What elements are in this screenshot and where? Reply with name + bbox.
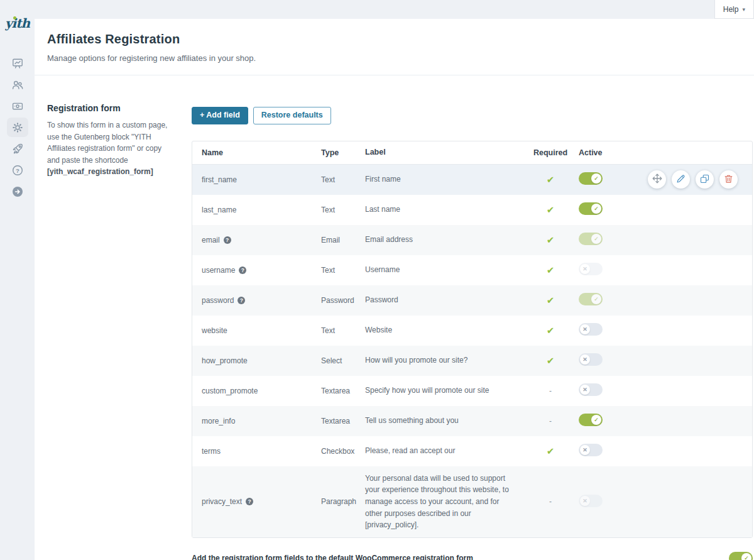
field-type: Text: [321, 326, 365, 335]
move-button[interactable]: [648, 170, 666, 189]
active-toggle[interactable]: ✓: [579, 172, 603, 185]
toggle-knob: ✓: [591, 234, 601, 244]
sidebar-item-dashboard[interactable]: [7, 53, 28, 73]
toggle-knob: ✓: [591, 294, 601, 304]
edit-icon: [676, 174, 686, 185]
active-toggle[interactable]: ✕: [579, 323, 603, 336]
duplicate-icon: [700, 174, 709, 185]
field-active: ✓: [579, 233, 648, 247]
field-required: -: [522, 417, 579, 425]
required-check-icon: ✔: [547, 204, 555, 215]
field-name: first_name: [202, 175, 321, 184]
edit-button[interactable]: [672, 170, 690, 189]
delete-icon: [724, 174, 733, 185]
not-required-dash: -: [549, 417, 552, 425]
content-area: Registration form To show this form in a…: [35, 75, 754, 560]
table-row[interactable]: websiteTextWebsite✔✕: [192, 316, 752, 346]
help-icon[interactable]: ?: [224, 236, 231, 244]
move-icon: [652, 173, 662, 185]
field-type: Text: [321, 266, 365, 275]
delete-button[interactable]: [719, 170, 738, 189]
shortcode-text: [yith_wcaf_registration_form]: [47, 166, 173, 178]
field-label: Tell us something about you: [365, 409, 522, 433]
active-toggle[interactable]: ✓: [579, 414, 603, 426]
field-label: Specify how you will promote our site: [365, 378, 522, 403]
column-header-required: Required: [522, 148, 579, 157]
users-icon: [11, 79, 24, 91]
help-button[interactable]: Help ▾: [714, 0, 754, 19]
toggle-knob: ✓: [591, 415, 601, 425]
field-name: last_name: [202, 206, 321, 214]
field-active: ✓: [579, 414, 648, 428]
section-description: To show this form in a custom page, use …: [47, 119, 173, 178]
required-check-icon: ✔: [547, 325, 555, 336]
table-row[interactable]: custom_promoteTextareaSpecify how you wi…: [192, 376, 752, 406]
toggle-knob: ✕: [580, 324, 590, 334]
field-type: Textarea: [321, 417, 365, 425]
active-toggle[interactable]: ✕: [579, 444, 603, 456]
help-button-label: Help: [723, 5, 739, 14]
active-toggle[interactable]: ✕: [579, 353, 603, 366]
field-required: ✔: [522, 355, 579, 366]
toggle-knob: ✓: [591, 204, 601, 214]
table-row[interactable]: email?EmailEmail address✔✓: [192, 225, 752, 255]
field-name: password?: [202, 296, 321, 305]
field-active: ✕: [579, 444, 648, 458]
field-required: ✔: [522, 265, 579, 276]
restore-defaults-button[interactable]: Restore defaults: [253, 107, 331, 124]
duplicate-button[interactable]: [696, 170, 714, 189]
field-label: Password: [365, 288, 522, 312]
help-icon[interactable]: ?: [238, 297, 245, 304]
option-title: Add the registration form fields to the …: [192, 552, 473, 560]
not-required-dash: -: [549, 387, 552, 395]
table-row[interactable]: username?TextUsername✔✕: [192, 255, 752, 285]
yith-logo[interactable]: yith: [5, 17, 30, 30]
field-type: Password: [321, 296, 365, 305]
field-name: custom_promote: [202, 387, 321, 395]
table-body: first_nameTextFirst name✔✓last_nameTextL…: [192, 165, 752, 537]
required-check-icon: ✔: [547, 446, 555, 456]
active-toggle[interactable]: ✕: [579, 383, 603, 396]
active-toggle: ✓: [579, 233, 603, 245]
table-header-row: Name Type Label Required Active: [192, 141, 752, 165]
sidebar-item-help[interactable]: ?: [7, 160, 28, 180]
table-row[interactable]: last_nameTextLast name✔✓: [192, 195, 752, 225]
field-active: ✓: [579, 293, 648, 307]
column-header-type: Type: [321, 148, 365, 157]
sidebar-item-settings[interactable]: [7, 118, 28, 137]
field-type: Textarea: [321, 387, 365, 395]
woocommerce-registration-option: Add the registration form fields to the …: [192, 552, 753, 560]
add-field-button[interactable]: + Add field: [192, 107, 248, 124]
table-row[interactable]: more_infoTextareaTell us something about…: [192, 406, 752, 436]
table-row[interactable]: password?PasswordPassword✔✓: [192, 285, 752, 316]
table-row[interactable]: how_promoteSelectHow will you promote ou…: [192, 346, 752, 376]
sidebar-item-collapse[interactable]: [7, 182, 28, 201]
sidebar-item-affiliates[interactable]: [7, 75, 28, 94]
toggle-knob: ✓: [591, 173, 601, 184]
field-active: ✕: [579, 353, 648, 368]
help-icon[interactable]: ?: [246, 498, 253, 505]
field-active: ✓: [579, 202, 648, 217]
field-active: ✓: [579, 172, 648, 187]
help-icon[interactable]: ?: [239, 266, 246, 274]
table-row[interactable]: first_nameTextFirst name✔✓: [192, 165, 752, 195]
field-label: First name: [365, 167, 522, 192]
arrow-right-circle-icon: [11, 185, 24, 198]
active-toggle[interactable]: ✓: [579, 202, 603, 215]
sidebar-item-marketing[interactable]: [7, 139, 28, 158]
toggle-knob: ✓: [741, 553, 751, 560]
field-name: username?: [202, 266, 321, 275]
toggle-knob: ✕: [580, 385, 590, 395]
svg-text:?: ?: [16, 167, 19, 173]
table-row[interactable]: privacy_text?ParagraphYour personal data…: [192, 466, 752, 537]
sidebar-item-payments[interactable]: [7, 96, 28, 116]
field-required: ✔: [522, 174, 579, 185]
dashboard-icon: [11, 57, 24, 70]
required-check-icon: ✔: [547, 265, 555, 275]
table-row[interactable]: termsCheckboxPlease, read an accept our✔…: [192, 436, 752, 466]
money-icon: [11, 100, 24, 113]
field-required: ✔: [522, 325, 579, 336]
logo-green-dot: [13, 16, 16, 19]
woocommerce-registration-toggle[interactable]: ✓: [729, 552, 753, 560]
rocket-icon: [11, 143, 24, 155]
